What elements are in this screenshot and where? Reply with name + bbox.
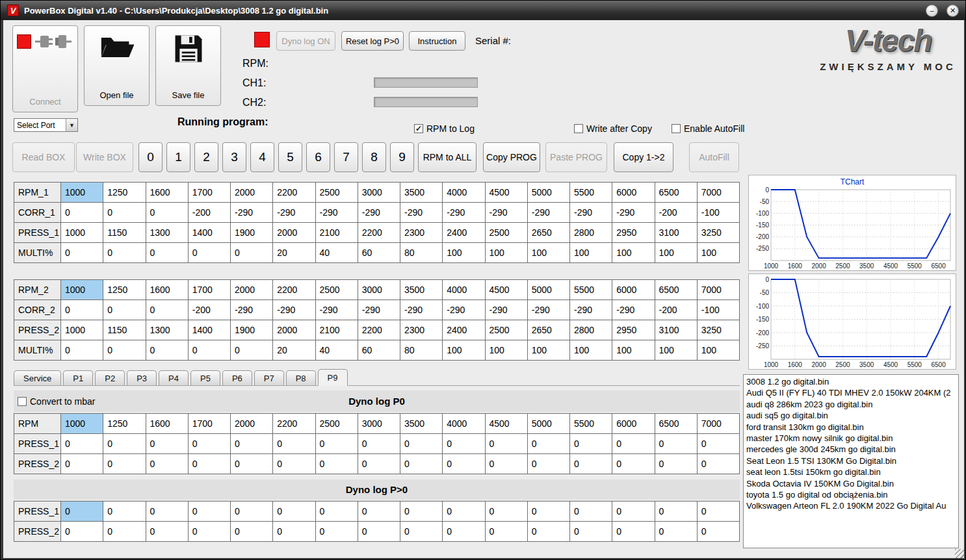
tab-p9[interactable]: P9 — [318, 369, 348, 386]
table-cell[interactable]: 2200 — [358, 320, 400, 340]
table-cell[interactable]: 0 — [146, 203, 189, 223]
table-cell[interactable]: -290 — [443, 300, 485, 320]
table-cell[interactable]: 0 — [273, 522, 315, 542]
write-box-button[interactable]: Write BOX — [76, 142, 133, 172]
checkbox-box[interactable] — [672, 124, 681, 133]
table-cell[interactable]: 2650 — [528, 223, 570, 243]
table-cell[interactable]: 0 — [400, 502, 443, 522]
table-cell[interactable]: 0 — [146, 300, 189, 320]
save-file-button[interactable]: Save file — [155, 25, 221, 106]
table-cell[interactable]: 0 — [231, 340, 273, 361]
table-cell[interactable]: 2000 — [273, 320, 315, 340]
table-cell[interactable]: 3000 — [358, 280, 400, 300]
table-cell[interactable]: 6000 — [612, 280, 655, 300]
table-cell[interactable]: 0 — [443, 454, 485, 474]
table-cell[interactable]: 0 — [231, 243, 273, 263]
table-cell[interactable]: 0 — [443, 434, 485, 454]
table-cell[interactable]: 0 — [273, 434, 315, 454]
table-cell[interactable]: 2100 — [316, 320, 358, 340]
table-cell[interactable]: 0 — [61, 454, 103, 474]
file-item[interactable]: Audi Q5 II (FY FL) 40 TDI MHEV 2.0 150kW… — [744, 387, 958, 398]
num-button-6[interactable]: 6 — [306, 142, 330, 172]
table-cell[interactable]: 3500 — [400, 414, 443, 434]
table-cell[interactable]: 0 — [189, 243, 231, 263]
table-cell[interactable]: 0 — [612, 502, 655, 522]
paste-prog-button[interactable]: Paste PROG — [545, 142, 607, 172]
table-cell[interactable]: 2400 — [443, 223, 485, 243]
table-cell[interactable]: 0 — [358, 454, 400, 474]
table-cell[interactable]: 0 — [486, 502, 528, 522]
table-cell[interactable]: 7000 — [698, 280, 740, 300]
table-cell[interactable]: 2000 — [231, 414, 273, 434]
table-cell[interactable]: 0 — [400, 434, 443, 454]
table-cell[interactable]: -290 — [570, 203, 612, 223]
table-cell[interactable]: 80 — [400, 243, 443, 263]
table-cell[interactable]: 100 — [612, 340, 655, 361]
table-cell[interactable]: -290 — [400, 300, 443, 320]
table-cell[interactable]: -290 — [443, 203, 485, 223]
table-cell[interactable]: 0 — [273, 454, 315, 474]
table-cell[interactable]: 0 — [612, 522, 655, 542]
table-cell[interactable]: 1250 — [103, 280, 146, 300]
tab-service[interactable]: Service — [14, 370, 61, 385]
table-cell[interactable]: 3000 — [358, 414, 400, 434]
table-cell[interactable]: 0 — [61, 434, 103, 454]
table-cell[interactable]: -290 — [528, 300, 570, 320]
write-after-copy-checkbox[interactable]: Write after Copy — [574, 123, 652, 134]
table-cell[interactable]: 0 — [146, 454, 189, 474]
table-cell[interactable]: -290 — [528, 203, 570, 223]
table-cell[interactable]: 5500 — [570, 414, 612, 434]
table-cell[interactable]: 0 — [698, 502, 740, 522]
table-cell[interactable]: 2300 — [400, 223, 443, 243]
read-box-button[interactable]: Read BOX — [12, 142, 75, 172]
table-cell[interactable]: -290 — [231, 203, 273, 223]
table-cell[interactable]: 3100 — [655, 320, 698, 340]
table-cell[interactable]: 0 — [400, 454, 443, 474]
num-button-8[interactable]: 8 — [362, 142, 386, 172]
table-cell[interactable]: 0 — [400, 522, 443, 542]
table-cell[interactable]: 4000 — [443, 280, 485, 300]
table-cell[interactable]: 100 — [443, 243, 485, 263]
dyno-log-on-button[interactable]: Dyno log ON — [276, 31, 335, 51]
num-button-9[interactable]: 9 — [390, 142, 414, 172]
table-cell[interactable]: 3500 — [400, 280, 443, 300]
tab-p4[interactable]: P4 — [159, 370, 189, 385]
table-cell[interactable]: 0 — [146, 243, 189, 263]
table-cell[interactable]: 2500 — [486, 223, 528, 243]
table-cell[interactable]: 0 — [655, 522, 698, 542]
enable-autofill-checkbox[interactable]: Enable AutoFill — [672, 123, 744, 134]
table-cell[interactable]: 0 — [528, 454, 570, 474]
table-cell[interactable]: 100 — [443, 340, 485, 361]
table-cell[interactable]: 100 — [698, 243, 740, 263]
table-cell[interactable]: 0 — [655, 434, 698, 454]
table-cell[interactable]: 2000 — [231, 183, 273, 203]
table-cell[interactable]: 1250 — [103, 414, 146, 434]
convert-to-mbar-checkbox[interactable]: Convert to mbar — [18, 396, 95, 407]
table-cell[interactable]: 1000 — [61, 320, 103, 340]
table-cell[interactable]: -290 — [273, 300, 315, 320]
table-cell[interactable]: -200 — [189, 203, 231, 223]
table-cell[interactable]: 1700 — [189, 183, 231, 203]
table-cell[interactable]: 60 — [358, 340, 400, 361]
file-item[interactable]: 3008 1.2 go digital.bin — [744, 376, 958, 387]
file-item[interactable]: ford transit 130km go digital.bin — [744, 422, 958, 433]
table-cell[interactable]: 0 — [146, 434, 189, 454]
table-cell[interactable]: 1300 — [146, 223, 189, 243]
table-cell[interactable]: -290 — [486, 300, 528, 320]
table-cell[interactable]: 0 — [273, 502, 315, 522]
table-cell[interactable]: 0 — [231, 434, 273, 454]
table-cell[interactable]: 0 — [61, 300, 103, 320]
table-cell[interactable]: 80 — [400, 340, 443, 361]
file-item[interactable]: Skoda Octavia IV 150KM Go Digital.bin — [744, 478, 958, 489]
tab-p5[interactable]: P5 — [190, 370, 220, 385]
table-cell[interactable]: 100 — [486, 243, 528, 263]
close-button[interactable]: ✕ — [946, 5, 959, 17]
connect-button[interactable]: Connect — [12, 25, 78, 112]
table-cell[interactable]: 2400 — [443, 320, 485, 340]
table-cell[interactable]: 2200 — [273, 280, 315, 300]
tab-p1[interactable]: P1 — [63, 370, 93, 385]
table-cell[interactable]: 6000 — [612, 414, 655, 434]
table-cell[interactable]: 5000 — [528, 414, 570, 434]
table-cell[interactable]: 20 — [273, 243, 315, 263]
table-cell[interactable]: 1400 — [189, 320, 231, 340]
